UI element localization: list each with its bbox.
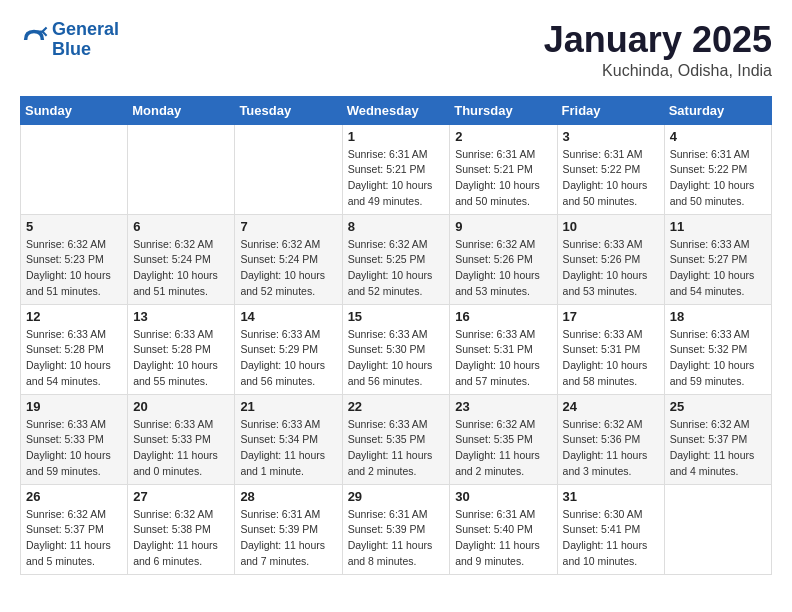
weekday-header-tuesday: Tuesday xyxy=(235,96,342,124)
calendar-cell: 25Sunrise: 6:32 AMSunset: 5:37 PMDayligh… xyxy=(664,394,771,484)
page-header: General Blue January 2025 Kuchinda, Odis… xyxy=(20,20,772,80)
day-number: 12 xyxy=(26,309,122,324)
day-info: Sunrise: 6:33 AMSunset: 5:30 PMDaylight:… xyxy=(348,327,445,390)
day-number: 11 xyxy=(670,219,766,234)
day-info: Sunrise: 6:33 AMSunset: 5:35 PMDaylight:… xyxy=(348,417,445,480)
day-number: 30 xyxy=(455,489,551,504)
calendar-cell xyxy=(21,124,128,214)
day-number: 4 xyxy=(670,129,766,144)
calendar-cell xyxy=(235,124,342,214)
day-number: 31 xyxy=(563,489,659,504)
day-number: 6 xyxy=(133,219,229,234)
day-info: Sunrise: 6:32 AMSunset: 5:23 PMDaylight:… xyxy=(26,237,122,300)
calendar-cell xyxy=(128,124,235,214)
calendar-cell: 5Sunrise: 6:32 AMSunset: 5:23 PMDaylight… xyxy=(21,214,128,304)
day-info: Sunrise: 6:33 AMSunset: 5:29 PMDaylight:… xyxy=(240,327,336,390)
calendar-cell: 12Sunrise: 6:33 AMSunset: 5:28 PMDayligh… xyxy=(21,304,128,394)
logo-text: General Blue xyxy=(52,20,119,60)
weekday-header-row: SundayMondayTuesdayWednesdayThursdayFrid… xyxy=(21,96,772,124)
calendar-table: SundayMondayTuesdayWednesdayThursdayFrid… xyxy=(20,96,772,575)
calendar-cell: 29Sunrise: 6:31 AMSunset: 5:39 PMDayligh… xyxy=(342,484,450,574)
day-number: 9 xyxy=(455,219,551,234)
logo-icon xyxy=(20,26,48,54)
calendar-cell: 17Sunrise: 6:33 AMSunset: 5:31 PMDayligh… xyxy=(557,304,664,394)
day-number: 16 xyxy=(455,309,551,324)
day-info: Sunrise: 6:31 AMSunset: 5:39 PMDaylight:… xyxy=(348,507,445,570)
calendar-cell: 16Sunrise: 6:33 AMSunset: 5:31 PMDayligh… xyxy=(450,304,557,394)
day-info: Sunrise: 6:32 AMSunset: 5:25 PMDaylight:… xyxy=(348,237,445,300)
logo-line1: General xyxy=(52,19,119,39)
day-number: 14 xyxy=(240,309,336,324)
calendar-week-2: 5Sunrise: 6:32 AMSunset: 5:23 PMDaylight… xyxy=(21,214,772,304)
day-info: Sunrise: 6:33 AMSunset: 5:27 PMDaylight:… xyxy=(670,237,766,300)
day-number: 29 xyxy=(348,489,445,504)
day-number: 3 xyxy=(563,129,659,144)
day-info: Sunrise: 6:32 AMSunset: 5:26 PMDaylight:… xyxy=(455,237,551,300)
day-info: Sunrise: 6:31 AMSunset: 5:21 PMDaylight:… xyxy=(455,147,551,210)
day-number: 17 xyxy=(563,309,659,324)
weekday-header-saturday: Saturday xyxy=(664,96,771,124)
day-number: 21 xyxy=(240,399,336,414)
calendar-week-1: 1Sunrise: 6:31 AMSunset: 5:21 PMDaylight… xyxy=(21,124,772,214)
day-info: Sunrise: 6:31 AMSunset: 5:22 PMDaylight:… xyxy=(670,147,766,210)
calendar-cell: 14Sunrise: 6:33 AMSunset: 5:29 PMDayligh… xyxy=(235,304,342,394)
day-number: 28 xyxy=(240,489,336,504)
calendar-cell: 10Sunrise: 6:33 AMSunset: 5:26 PMDayligh… xyxy=(557,214,664,304)
day-info: Sunrise: 6:33 AMSunset: 5:26 PMDaylight:… xyxy=(563,237,659,300)
day-info: Sunrise: 6:33 AMSunset: 5:33 PMDaylight:… xyxy=(133,417,229,480)
weekday-header-monday: Monday xyxy=(128,96,235,124)
day-number: 25 xyxy=(670,399,766,414)
day-number: 26 xyxy=(26,489,122,504)
day-info: Sunrise: 6:33 AMSunset: 5:31 PMDaylight:… xyxy=(455,327,551,390)
day-info: Sunrise: 6:33 AMSunset: 5:34 PMDaylight:… xyxy=(240,417,336,480)
location-subtitle: Kuchinda, Odisha, India xyxy=(544,62,772,80)
calendar-cell: 11Sunrise: 6:33 AMSunset: 5:27 PMDayligh… xyxy=(664,214,771,304)
day-number: 13 xyxy=(133,309,229,324)
day-number: 8 xyxy=(348,219,445,234)
calendar-cell: 19Sunrise: 6:33 AMSunset: 5:33 PMDayligh… xyxy=(21,394,128,484)
logo-line2: Blue xyxy=(52,39,91,59)
weekday-header-wednesday: Wednesday xyxy=(342,96,450,124)
day-info: Sunrise: 6:32 AMSunset: 5:37 PMDaylight:… xyxy=(26,507,122,570)
calendar-week-4: 19Sunrise: 6:33 AMSunset: 5:33 PMDayligh… xyxy=(21,394,772,484)
day-number: 2 xyxy=(455,129,551,144)
calendar-header: SundayMondayTuesdayWednesdayThursdayFrid… xyxy=(21,96,772,124)
calendar-cell: 9Sunrise: 6:32 AMSunset: 5:26 PMDaylight… xyxy=(450,214,557,304)
calendar-cell: 23Sunrise: 6:32 AMSunset: 5:35 PMDayligh… xyxy=(450,394,557,484)
day-info: Sunrise: 6:31 AMSunset: 5:40 PMDaylight:… xyxy=(455,507,551,570)
day-info: Sunrise: 6:32 AMSunset: 5:24 PMDaylight:… xyxy=(133,237,229,300)
calendar-cell: 2Sunrise: 6:31 AMSunset: 5:21 PMDaylight… xyxy=(450,124,557,214)
day-number: 15 xyxy=(348,309,445,324)
day-number: 18 xyxy=(670,309,766,324)
calendar-cell: 8Sunrise: 6:32 AMSunset: 5:25 PMDaylight… xyxy=(342,214,450,304)
day-number: 20 xyxy=(133,399,229,414)
day-info: Sunrise: 6:33 AMSunset: 5:31 PMDaylight:… xyxy=(563,327,659,390)
calendar-cell xyxy=(664,484,771,574)
calendar-cell: 1Sunrise: 6:31 AMSunset: 5:21 PMDaylight… xyxy=(342,124,450,214)
calendar-cell: 6Sunrise: 6:32 AMSunset: 5:24 PMDaylight… xyxy=(128,214,235,304)
calendar-cell: 31Sunrise: 6:30 AMSunset: 5:41 PMDayligh… xyxy=(557,484,664,574)
calendar-cell: 20Sunrise: 6:33 AMSunset: 5:33 PMDayligh… xyxy=(128,394,235,484)
calendar-cell: 22Sunrise: 6:33 AMSunset: 5:35 PMDayligh… xyxy=(342,394,450,484)
day-number: 24 xyxy=(563,399,659,414)
day-info: Sunrise: 6:32 AMSunset: 5:36 PMDaylight:… xyxy=(563,417,659,480)
calendar-cell: 4Sunrise: 6:31 AMSunset: 5:22 PMDaylight… xyxy=(664,124,771,214)
calendar-week-3: 12Sunrise: 6:33 AMSunset: 5:28 PMDayligh… xyxy=(21,304,772,394)
day-info: Sunrise: 6:31 AMSunset: 5:39 PMDaylight:… xyxy=(240,507,336,570)
calendar-cell: 30Sunrise: 6:31 AMSunset: 5:40 PMDayligh… xyxy=(450,484,557,574)
weekday-header-sunday: Sunday xyxy=(21,96,128,124)
calendar-cell: 28Sunrise: 6:31 AMSunset: 5:39 PMDayligh… xyxy=(235,484,342,574)
calendar-cell: 3Sunrise: 6:31 AMSunset: 5:22 PMDaylight… xyxy=(557,124,664,214)
calendar-cell: 24Sunrise: 6:32 AMSunset: 5:36 PMDayligh… xyxy=(557,394,664,484)
day-number: 1 xyxy=(348,129,445,144)
calendar-week-5: 26Sunrise: 6:32 AMSunset: 5:37 PMDayligh… xyxy=(21,484,772,574)
weekday-header-thursday: Thursday xyxy=(450,96,557,124)
calendar-cell: 21Sunrise: 6:33 AMSunset: 5:34 PMDayligh… xyxy=(235,394,342,484)
calendar-cell: 7Sunrise: 6:32 AMSunset: 5:24 PMDaylight… xyxy=(235,214,342,304)
day-number: 19 xyxy=(26,399,122,414)
day-info: Sunrise: 6:31 AMSunset: 5:21 PMDaylight:… xyxy=(348,147,445,210)
day-info: Sunrise: 6:33 AMSunset: 5:32 PMDaylight:… xyxy=(670,327,766,390)
weekday-header-friday: Friday xyxy=(557,96,664,124)
day-number: 27 xyxy=(133,489,229,504)
day-info: Sunrise: 6:33 AMSunset: 5:28 PMDaylight:… xyxy=(26,327,122,390)
